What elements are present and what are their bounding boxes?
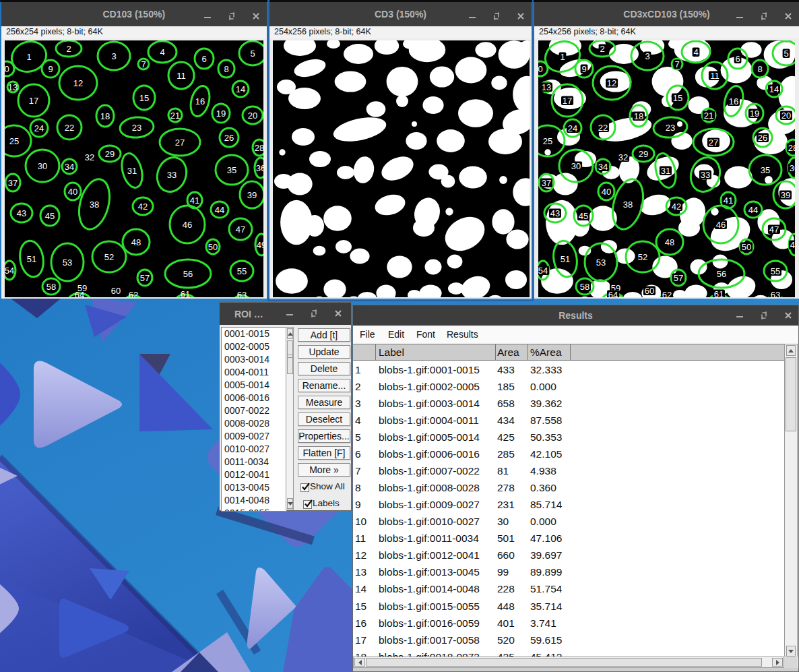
- svg-text:4: 4: [693, 47, 698, 57]
- svg-text:4: 4: [160, 47, 164, 57]
- svg-text:27: 27: [175, 137, 185, 147]
- svg-text:1: 1: [26, 51, 31, 61]
- svg-text:38: 38: [623, 199, 633, 209]
- svg-text:30: 30: [38, 160, 47, 171]
- svg-text:23: 23: [666, 122, 675, 132]
- svg-text:45: 45: [45, 210, 55, 220]
- svg-text:11: 11: [710, 70, 720, 80]
- svg-text:18: 18: [100, 111, 110, 121]
- svg-text:57: 57: [674, 272, 683, 282]
- svg-text:54: 54: [5, 265, 14, 275]
- svg-text:47: 47: [236, 224, 245, 234]
- svg-text:19: 19: [750, 108, 759, 118]
- svg-text:17: 17: [563, 95, 572, 105]
- svg-text:5: 5: [250, 48, 255, 58]
- svg-text:45: 45: [579, 210, 588, 220]
- svg-text:23: 23: [132, 122, 141, 132]
- svg-text:32: 32: [618, 152, 628, 162]
- svg-text:15: 15: [673, 92, 682, 102]
- svg-text:55: 55: [237, 266, 247, 276]
- svg-text:34: 34: [598, 161, 608, 171]
- svg-text:49: 49: [257, 239, 263, 249]
- svg-text:64: 64: [75, 289, 84, 297]
- svg-text:57: 57: [140, 272, 150, 282]
- svg-text:6: 6: [735, 53, 740, 63]
- svg-text:7: 7: [674, 59, 679, 69]
- svg-text:14: 14: [769, 84, 779, 94]
- svg-text:20: 20: [781, 110, 791, 120]
- svg-text:25: 25: [9, 135, 19, 146]
- svg-text:38: 38: [90, 199, 99, 209]
- svg-text:21: 21: [704, 110, 713, 120]
- svg-text:3: 3: [645, 51, 649, 61]
- svg-text:11: 11: [177, 70, 186, 80]
- svg-text:6: 6: [201, 53, 206, 63]
- svg-text:39: 39: [781, 189, 790, 200]
- svg-text:52: 52: [638, 251, 647, 262]
- svg-text:46: 46: [716, 219, 726, 229]
- svg-text:18: 18: [634, 111, 643, 121]
- svg-text:42: 42: [672, 201, 681, 211]
- svg-text:22: 22: [65, 122, 74, 132]
- svg-text:13: 13: [8, 82, 18, 92]
- svg-text:35: 35: [761, 164, 770, 175]
- svg-text:34: 34: [65, 161, 74, 171]
- svg-text:22: 22: [598, 122, 608, 132]
- svg-text:44: 44: [215, 204, 224, 214]
- svg-text:31: 31: [127, 165, 137, 175]
- svg-text:9: 9: [581, 63, 586, 73]
- svg-text:53: 53: [63, 257, 72, 267]
- svg-text:16: 16: [729, 96, 738, 106]
- svg-text:48: 48: [665, 237, 674, 247]
- svg-text:46: 46: [183, 219, 192, 229]
- svg-text:21: 21: [170, 110, 180, 120]
- svg-text:24: 24: [34, 123, 44, 133]
- svg-text:24: 24: [568, 123, 577, 133]
- svg-text:52: 52: [104, 251, 114, 262]
- svg-text:50: 50: [208, 241, 218, 251]
- svg-text:62: 62: [662, 289, 672, 297]
- svg-text:40: 40: [68, 186, 77, 196]
- svg-text:58: 58: [46, 281, 56, 291]
- svg-text:36: 36: [790, 162, 795, 173]
- svg-text:63: 63: [237, 289, 247, 297]
- svg-text:55: 55: [771, 266, 780, 276]
- svg-text:29: 29: [105, 148, 115, 158]
- svg-text:26: 26: [224, 132, 234, 142]
- svg-text:0: 0: [538, 63, 543, 73]
- svg-text:61: 61: [181, 288, 190, 297]
- svg-text:16: 16: [195, 96, 205, 106]
- svg-text:14: 14: [236, 84, 245, 94]
- svg-text:0: 0: [5, 63, 9, 73]
- svg-text:41: 41: [190, 195, 199, 205]
- svg-text:8: 8: [757, 63, 762, 73]
- svg-text:28: 28: [788, 142, 795, 152]
- svg-text:61: 61: [714, 288, 724, 297]
- svg-text:2: 2: [600, 43, 604, 53]
- svg-text:7: 7: [141, 59, 146, 69]
- svg-text:51: 51: [27, 253, 36, 264]
- svg-text:37: 37: [542, 177, 551, 187]
- svg-text:32: 32: [85, 152, 94, 162]
- svg-text:60: 60: [645, 285, 654, 295]
- svg-text:54: 54: [538, 265, 548, 275]
- svg-text:33: 33: [167, 169, 177, 179]
- svg-text:36: 36: [256, 162, 263, 173]
- svg-text:39: 39: [247, 189, 257, 200]
- svg-text:56: 56: [717, 268, 726, 278]
- svg-text:63: 63: [771, 289, 780, 297]
- svg-text:31: 31: [661, 165, 670, 175]
- svg-text:8: 8: [224, 63, 228, 73]
- svg-text:43: 43: [17, 208, 26, 218]
- svg-text:17: 17: [29, 95, 38, 105]
- svg-text:13: 13: [542, 82, 551, 92]
- svg-text:27: 27: [709, 137, 718, 147]
- svg-text:56: 56: [183, 268, 193, 278]
- svg-text:44: 44: [748, 204, 758, 214]
- svg-text:12: 12: [73, 78, 83, 88]
- svg-text:64: 64: [608, 289, 618, 297]
- svg-text:49: 49: [790, 239, 795, 249]
- svg-text:60: 60: [111, 285, 121, 295]
- svg-text:20: 20: [248, 110, 257, 120]
- svg-text:29: 29: [639, 148, 648, 158]
